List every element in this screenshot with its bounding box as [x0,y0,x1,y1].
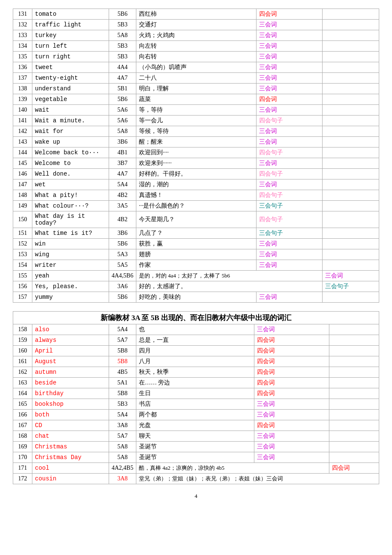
meaning-cell: 圣诞节 [136,452,254,463]
row-number: 141 [13,116,32,126]
meaning-cell: 蔬菜 [136,94,256,105]
unit-cell: 4B2 [109,190,136,201]
level-cell: 四会句子 [256,116,322,126]
notes-cell [329,324,379,335]
row-number: 140 [13,105,32,116]
meaning-cell: 西红柿 [136,9,256,20]
level-cell: 三会词 [254,399,329,410]
unit-cell: 5B6 [109,94,136,105]
notes-cell [323,228,379,239]
unit-cell: 3A8 [109,474,136,484]
table-row: 167 CD 3A8 光盘 四会词 [13,420,379,431]
meaning-cell: 书店 [136,399,254,410]
notes-cell [323,20,379,30]
unit-cell: 5B1 [109,84,136,94]
word-cell: What time is it? [32,228,109,239]
unit-cell: 5A8 [109,452,136,463]
meaning-cell: 交通灯 [136,20,256,30]
meaning-cell: 两个都 [136,410,254,420]
level-cell: 三会词 [256,260,322,271]
word-cell: August [32,356,109,367]
row-number: 158 [13,324,32,335]
word-cell: beside [32,378,109,388]
table-row: 149 What colour···? 3A5 ···是什么颜色的？ 三会句子 [13,201,379,211]
meaning-cell: 四月 [136,346,254,356]
word-cell: wait [32,105,109,116]
table-row: 171 cool 4A2,4B5 酷，真棒 4a2；凉爽的，凉快的 4b5 四会… [13,463,379,474]
unit-cell: 5A4 [109,324,136,335]
meaning-cell: 酷，真棒 4a2；凉爽的，凉快的 4b5 [136,463,329,474]
level-cell: 三会词 [256,158,322,169]
level-cell: 三会句子 [323,281,379,292]
notes-cell [329,378,379,388]
notes-cell [329,452,379,463]
row-number: 150 [13,211,32,228]
row-number: 167 [13,420,32,431]
table-row: 170 Christmas Day 5A8 圣诞节 三会词 [13,452,379,463]
word-cell: always [32,335,109,346]
table-row: 147 wet 5A4 湿的，潮的 三会词 [13,179,379,190]
meaning-cell: 堂兄（弟）；堂姐（妹）；表兄（弟）；表姐（妹）三会词 [136,474,379,484]
meaning-cell: 聊天 [136,431,254,442]
word-cell: both [32,410,109,420]
unit-cell: 3B6 [109,137,136,147]
level-cell: 四会词 [254,356,329,367]
table-row: 152 win 5B6 获胜，赢 三会词 [13,239,379,249]
meaning-cell: 好样的。干得好。 [136,169,256,179]
level-cell: 三会词 [254,442,329,452]
level-cell: 三会词 [256,126,322,137]
meaning-cell: ···是什么颜色的？ [136,201,256,211]
meaning-cell: 醒；醒来 [136,137,256,147]
level-cell: 三会句子 [256,228,322,239]
unit-cell: 5B6 [109,9,136,20]
level-cell: 四会句子 [256,147,322,158]
unit-cell: 4A7 [109,73,136,84]
meaning-cell: 欢迎回到···· [136,147,256,158]
row-number: 154 [13,260,32,271]
row-number: 136 [13,62,32,73]
level-cell: 三会句子 [256,201,322,211]
table-row: 163 beside 5A1 在…… 旁边 四会词 [13,378,379,388]
table-row: 165 bookshop 5B3 书店 三会词 [13,399,379,410]
level-cell: 三会词 [254,431,329,442]
row-number: 147 [13,179,32,190]
word-cell: also [32,324,109,335]
notes-cell [329,335,379,346]
level-cell: 三会词 [256,105,322,116]
table-row: 172 cousin 3A8 堂兄（弟）；堂姐（妹）；表兄（弟）；表姐（妹）三会… [13,474,379,484]
table-row: 155 yeah 4A4,5B6 是的，对的 4a4；太好了，太棒了 5b6 三… [13,271,379,281]
table-row: 154 writer 5A5 作家 三会词 [13,260,379,271]
word-cell: traffic light [32,20,109,30]
meaning-cell: 今天星期几？ [136,211,256,228]
notes-cell [329,442,379,452]
level-cell: 三会词 [256,292,322,303]
meaning-cell: 在…… 旁边 [136,378,254,388]
level-cell: 四会词 [329,463,379,474]
meaning-cell: 光盘 [136,420,254,431]
table-row: 158 also 5A4 也 三会词 [13,324,379,335]
meaning-cell: 是的，对的 4a4；太好了，太棒了 5b6 [136,271,322,281]
level-cell: 四会词 [254,346,329,356]
meaning-cell: 欢迎来到······ [136,158,256,169]
table-row: 168 chat 5A7 聊天 三会词 [13,431,379,442]
row-number: 172 [13,474,32,484]
table-row: 141 Wait a minute. 5A6 等一会儿 四会句子 [13,116,379,126]
unit-cell: 4A2,4B5 [109,463,136,474]
row-number: 152 [13,239,32,249]
unit-cell: 4A7 [109,169,136,179]
word-cell: tweet [32,62,109,73]
word-cell: understand [32,84,109,94]
unit-cell: 4A4,5B6 [109,271,136,281]
table-row: 161 August 5B8 八月 四会词 [13,356,379,367]
row-number: 131 [13,9,32,20]
notes-cell [323,62,379,73]
word-cell: turn left [32,41,109,52]
table-row: 162 autumn 4B5 秋天，秋季 四会词 [13,367,379,378]
meaning-cell: 二十八 [136,73,256,84]
word-cell: vegetable [32,94,109,105]
notes-cell [323,94,379,105]
word-cell: Welcome to [32,158,109,169]
level-cell: 四会词 [254,335,329,346]
meaning-cell: 生日 [136,388,254,399]
level-cell: 三会词 [256,30,322,41]
